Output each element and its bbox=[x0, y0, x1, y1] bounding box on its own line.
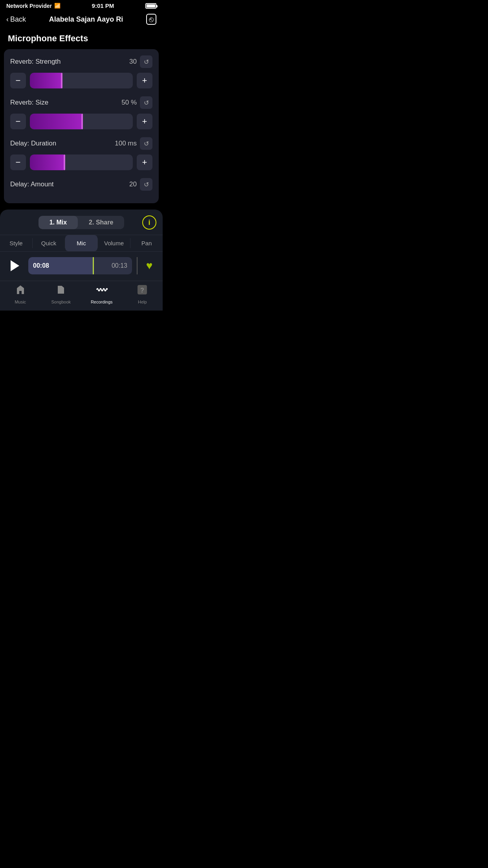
reset-reverb-strength-button[interactable]: ↺ bbox=[140, 55, 152, 68]
tab-music-label: Music bbox=[15, 300, 26, 304]
decrease-reverb-size-button[interactable]: − bbox=[10, 114, 26, 129]
effect-reverb-strength: Reverb: Strength 30 ↺ − + bbox=[10, 55, 152, 88]
effect-label-delay-amount: Delay: Amount bbox=[10, 180, 54, 188]
status-right bbox=[145, 3, 156, 9]
sub-tabs-row: Style Quick Mic Volume Pan bbox=[0, 235, 163, 252]
reverb-size-slider[interactable] bbox=[30, 114, 133, 129]
increase-reverb-size-button[interactable]: + bbox=[137, 114, 152, 129]
reverb-strength-slider[interactable] bbox=[30, 73, 133, 88]
decrease-delay-duration-button[interactable]: − bbox=[10, 154, 26, 170]
time-remaining: 00:13 bbox=[112, 262, 127, 269]
main-content: Microphone Effects Reverb: Strength 30 ↺… bbox=[0, 29, 163, 203]
effect-value-delay-amount: 20 bbox=[129, 180, 137, 188]
tab-help-label: Help bbox=[138, 300, 147, 304]
reset-delay-duration-button[interactable]: ↺ bbox=[140, 137, 152, 150]
delay-duration-slider[interactable] bbox=[30, 154, 133, 170]
tab-quick[interactable]: Quick bbox=[33, 235, 65, 251]
songbook-icon bbox=[55, 284, 66, 298]
info-icon: i bbox=[148, 219, 150, 227]
mix-share-tabs-row: 1. Mix 2. Share i bbox=[0, 216, 163, 229]
page-title: Alabela Sajan Aayo Ri bbox=[49, 15, 123, 24]
recordings-icon bbox=[96, 284, 108, 298]
effect-value-reverb-strength: 30 bbox=[129, 58, 137, 66]
effect-delay-duration: Delay: Duration 100 ms ↺ − + bbox=[10, 137, 152, 170]
reset-delay-amount-button[interactable]: ↺ bbox=[140, 178, 152, 191]
effect-label-reverb-size: Reverb: Size bbox=[10, 99, 48, 107]
tab-songbook[interactable]: Songbook bbox=[41, 284, 82, 304]
status-carrier: Network Provider 📶 bbox=[6, 3, 61, 9]
carrier-label: Network Provider bbox=[6, 3, 52, 9]
bottom-panel: 1. Mix 2. Share i Style Quick Mic Volume… bbox=[0, 210, 163, 281]
time-elapsed: 00:08 bbox=[33, 262, 49, 269]
back-button[interactable]: ‹ Back bbox=[6, 15, 26, 24]
wifi-icon: 📶 bbox=[54, 3, 61, 9]
svg-text:?: ? bbox=[140, 287, 144, 294]
effect-reverb-size: Reverb: Size 50 % ↺ − + bbox=[10, 96, 152, 129]
mix-share-tabs: 1. Mix 2. Share bbox=[39, 216, 125, 229]
effect-value-reverb-size: 50 % bbox=[121, 99, 137, 107]
tab-volume[interactable]: Volume bbox=[98, 235, 130, 251]
edit-icon: ⎋ bbox=[149, 15, 154, 24]
effect-label-reverb-strength: Reverb: Strength bbox=[10, 58, 61, 66]
status-time: 9:01 PM bbox=[92, 2, 114, 9]
effect-label-delay-duration: Delay: Duration bbox=[10, 140, 56, 147]
tab-mic[interactable]: Mic bbox=[65, 235, 97, 251]
back-label: Back bbox=[10, 15, 26, 24]
increase-reverb-strength-button[interactable]: + bbox=[137, 73, 152, 88]
tab-help[interactable]: ? Help bbox=[122, 284, 163, 304]
info-button[interactable]: i bbox=[142, 215, 156, 230]
nav-bar: ‹ Back Alabela Sajan Aayo Ri ⎋ bbox=[0, 11, 163, 29]
progress-track[interactable]: 00:08 00:13 bbox=[28, 257, 132, 274]
section-title: Microphone Effects bbox=[0, 33, 163, 49]
decrease-reverb-strength-button[interactable]: − bbox=[10, 73, 26, 88]
reset-reverb-size-button[interactable]: ↺ bbox=[140, 96, 152, 109]
mix-tab[interactable]: 1. Mix bbox=[39, 216, 78, 229]
effect-delay-amount: Delay: Amount 20 ↺ bbox=[10, 178, 152, 191]
effect-value-delay-duration: 100 ms bbox=[115, 140, 137, 147]
tab-recordings-label: Recordings bbox=[91, 300, 113, 304]
increase-delay-duration-button[interactable]: + bbox=[137, 154, 152, 170]
tab-recordings[interactable]: Recordings bbox=[81, 284, 122, 304]
tab-style[interactable]: Style bbox=[0, 235, 32, 251]
tab-pan[interactable]: Pan bbox=[130, 235, 163, 251]
back-chevron-icon: ‹ bbox=[6, 15, 9, 24]
heart-icon: ♥ bbox=[146, 259, 153, 272]
play-icon bbox=[11, 260, 19, 271]
favorite-button[interactable]: ♥ bbox=[142, 259, 156, 273]
play-button[interactable] bbox=[6, 257, 24, 274]
battery-icon bbox=[145, 3, 156, 9]
status-bar: Network Provider 📶 9:01 PM bbox=[0, 0, 163, 11]
playback-row: 00:08 00:13 ♥ bbox=[0, 257, 163, 281]
music-icon bbox=[15, 284, 26, 298]
effects-panel: Reverb: Strength 30 ↺ − + Reverb: Size bbox=[4, 49, 159, 203]
edit-button[interactable]: ⎋ bbox=[146, 14, 156, 25]
help-icon: ? bbox=[137, 284, 148, 298]
tab-music[interactable]: Music bbox=[0, 284, 41, 304]
share-tab[interactable]: 2. Share bbox=[78, 216, 124, 229]
playback-divider bbox=[137, 257, 138, 274]
tab-songbook-label: Songbook bbox=[51, 300, 71, 304]
tab-bar: Music Songbook Recordings ? Help bbox=[0, 281, 163, 311]
